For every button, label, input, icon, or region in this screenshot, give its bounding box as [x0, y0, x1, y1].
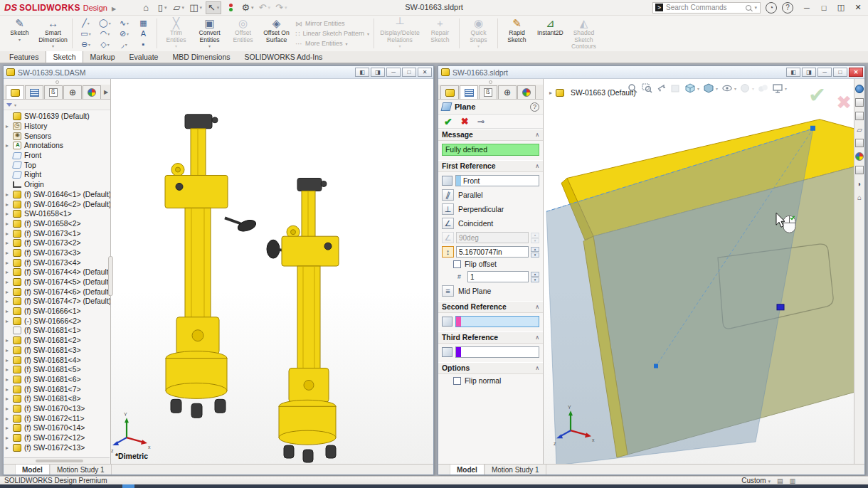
- tree-expand-arrow[interactable]: [6, 445, 12, 451]
- feature-tree-item[interactable]: (f) SW-01673<1>: [4, 228, 110, 238]
- tree-horizontal-scrollbar[interactable]: [4, 457, 110, 464]
- flip-normal-option[interactable]: Flip normal: [442, 377, 539, 385]
- view-orientation-icon[interactable]: ▾: [684, 83, 699, 94]
- appearances-icon[interactable]: [855, 152, 864, 161]
- ribbon-tab[interactable]: Features: [2, 51, 46, 63]
- feature-tree-item[interactable]: (f) SW-01658<2>: [4, 219, 110, 229]
- tabs-overflow-arrow[interactable]: ▶: [102, 85, 110, 99]
- tree-expand-arrow[interactable]: [6, 366, 12, 373]
- smart-dimension-button[interactable]: ↔ Smart Dimension▾: [36, 16, 70, 51]
- pm-ok-button[interactable]: ✔: [444, 116, 452, 127]
- part-window-titlebar[interactable]: SW-01663.sldprt ◧ ◨ ─ □ ✕: [438, 66, 864, 79]
- spline-tool[interactable]: ∿▾: [115, 18, 134, 28]
- feature-tree-item[interactable]: (f) SW-01674<5> (Default): [4, 277, 110, 287]
- feature-tree-item[interactable]: (f) SW-01681<4>: [4, 355, 110, 365]
- tree-expand-arrow[interactable]: [6, 337, 12, 344]
- pane-left-button[interactable]: ◧: [355, 68, 369, 77]
- flyout-expand-arrow[interactable]: ▸: [549, 90, 552, 96]
- user-account-icon[interactable]: ◔: [766, 2, 777, 14]
- plane-count-spinner[interactable]: ▴▾: [531, 272, 539, 282]
- parallel-option[interactable]: ∥ Parallel: [442, 189, 539, 201]
- feature-tree-item[interactable]: (f) SW-01681<2>: [4, 336, 110, 346]
- mirror-entities-button[interactable]: ⋈ Mirror Entities: [295, 19, 369, 28]
- select-tool-button[interactable]: ↖▾: [206, 1, 221, 14]
- confirm-cancel-icon[interactable]: ✖: [836, 93, 852, 112]
- feature-tree-item[interactable]: (f) SW-01681<8>: [4, 394, 110, 404]
- maximize-button[interactable]: □: [815, 1, 832, 15]
- model-motion-tab[interactable]: Motion Study 1: [485, 465, 546, 474]
- feature-tree-item[interactable]: (f) SW-01674<6> (Default): [4, 287, 110, 297]
- tab-displaymanager[interactable]: [517, 85, 536, 99]
- feature-tree-item[interactable]: (f) SW-01681<7>: [4, 384, 110, 394]
- feature-tree-item[interactable]: History: [4, 122, 110, 132]
- tree-expand-arrow[interactable]: [6, 201, 12, 208]
- offset-distance-input[interactable]: 5.16700747in: [456, 246, 529, 258]
- forum-icon[interactable]: ◗: [855, 179, 864, 188]
- display-delete-relations-button[interactable]: ┴ Display/Delete Relations▾: [376, 16, 423, 51]
- plane-count-input[interactable]: 1: [467, 271, 529, 282]
- ribbon-tab[interactable]: Evaluate: [122, 51, 166, 63]
- tree-expand-arrow[interactable]: [6, 435, 12, 441]
- search-dropdown-icon[interactable]: ▾: [754, 5, 757, 11]
- view-settings-icon[interactable]: ▾: [772, 83, 787, 94]
- tab-propertymanager[interactable]: [460, 85, 478, 99]
- undo-button[interactable]: ↶▾: [258, 1, 272, 14]
- feature-tree-item[interactable]: (f) SW-01670<13>: [4, 404, 110, 414]
- rapid-sketch-button[interactable]: ✎ Rapid Sketch: [500, 16, 534, 51]
- display-style-icon[interactable]: ▾: [703, 83, 718, 94]
- tree-expand-arrow[interactable]: [6, 123, 12, 129]
- feature-tree-item[interactable]: (f) SW-01672<13>: [4, 442, 110, 452]
- close-button[interactable]: ✕: [850, 1, 867, 15]
- flip-offset-option[interactable]: Flip offset: [442, 260, 539, 268]
- feature-tree-item[interactable]: Origin: [4, 180, 110, 190]
- feature-tree-item[interactable]: (f) SW-01646<2> (Default): [4, 199, 110, 209]
- previous-view-icon[interactable]: [656, 83, 667, 94]
- feature-tree-item[interactable]: Top: [4, 160, 110, 170]
- tree-expand-arrow[interactable]: [6, 425, 12, 431]
- tree-expand-arrow[interactable]: [6, 415, 12, 422]
- feature-tree-item[interactable]: Right: [4, 170, 110, 180]
- file-explorer-icon[interactable]: ▱: [855, 125, 864, 134]
- feature-tree-item[interactable]: (f) SW-01670<14>: [4, 423, 110, 433]
- offset-distance-spinner[interactable]: ▴▾: [531, 247, 539, 258]
- feature-tree-item[interactable]: (f) SW-01672<12>: [4, 433, 110, 443]
- tree-expand-arrow[interactable]: [6, 221, 12, 227]
- feature-tree-item[interactable]: (f) SW-01673<3>: [4, 248, 110, 258]
- polygon-tool[interactable]: ◇▾: [95, 39, 115, 50]
- trim-entities-button[interactable]: ╳ Trim Entities▾: [159, 16, 193, 51]
- feature-tree-item[interactable]: SW-01658<1>: [4, 209, 110, 219]
- tab-propertymanager[interactable]: [25, 85, 43, 99]
- ribbon-tab[interactable]: Markup: [83, 51, 122, 63]
- tab-featuremanager-tree[interactable]: [6, 85, 24, 99]
- convert-entities-button[interactable]: ▣ Convert Entities▾: [193, 16, 226, 51]
- custom-properties-icon[interactable]: [855, 166, 864, 174]
- options-gear-button[interactable]: ⚙▾: [240, 1, 255, 14]
- tree-expand-arrow[interactable]: [6, 230, 12, 237]
- tab-featuremanager-tree[interactable]: [440, 85, 459, 99]
- feature-tree-item[interactable]: (f) SW-01673<2>: [4, 238, 110, 248]
- tree-expand-arrow[interactable]: [6, 260, 12, 266]
- feature-tree-item[interactable]: Sensors: [4, 131, 110, 141]
- tree-expand-arrow[interactable]: [6, 279, 12, 285]
- tree-expand-arrow[interactable]: [6, 347, 12, 354]
- panel-splitter-grip[interactable]: [108, 256, 113, 296]
- save-button[interactable]: ◫▾: [188, 1, 203, 14]
- window-close-button[interactable]: ✕: [418, 68, 432, 77]
- open-button[interactable]: ▱▾: [171, 1, 186, 14]
- ribbon-tab[interactable]: SOLIDWORKS Add-Ins: [238, 51, 330, 63]
- tree-expand-arrow[interactable]: [6, 191, 12, 198]
- third-reference-input[interactable]: [455, 346, 539, 358]
- logo-flyout-arrow[interactable]: ▶: [112, 6, 116, 12]
- section-view-icon[interactable]: [670, 83, 681, 94]
- part-viewport[interactable]: Y x z ▸ SW-01663 (Default): [544, 79, 864, 464]
- pm-pin-button[interactable]: ⊸: [477, 117, 485, 127]
- window-minimize-button[interactable]: ─: [386, 68, 401, 77]
- redo-button[interactable]: ↷▾: [274, 1, 288, 14]
- rectangle-tool[interactable]: ▭▾: [76, 28, 95, 39]
- tab-dimxpertmanager[interactable]: ⊕: [63, 85, 82, 99]
- tree-expand-arrow[interactable]: [6, 289, 12, 295]
- feature-tree-item[interactable]: Front: [4, 151, 110, 161]
- tree-expand-arrow[interactable]: [6, 211, 12, 217]
- window-minimize-button[interactable]: ─: [817, 68, 832, 77]
- tab-displaymanager[interactable]: [83, 85, 101, 99]
